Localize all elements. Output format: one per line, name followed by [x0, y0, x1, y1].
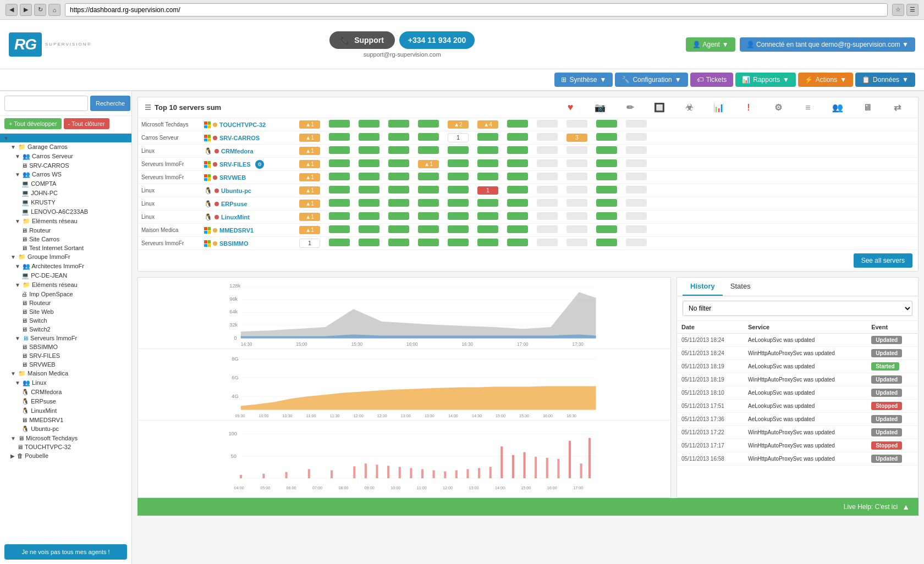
tree-item-touchtvpc-32[interactable]: 🖥 TOUCHTVPC-32 [0, 443, 131, 451]
metric-cell [384, 212, 413, 222]
metric-cell [592, 120, 621, 129]
tree-item-test-internet[interactable]: 🖥 Test Internet Sortant [0, 244, 131, 252]
filter-select[interactable]: No filter [683, 301, 912, 316]
server-name-link[interactable]: CRMfedora [221, 148, 254, 154]
server-name-link[interactable]: SRV-FILES [219, 161, 251, 168]
history-service: AeLookupSvc was updated [744, 413, 867, 426]
tree-item-maison-medica[interactable]: ▼ 📁 Maison Medica [0, 369, 131, 378]
metric-cell [325, 173, 354, 182]
tree-item-crmfedora[interactable]: 🐧 CRMfedora [0, 388, 131, 397]
svg-rect-58 [421, 469, 424, 478]
server-name-link[interactable]: Ubuntu-pc [221, 187, 251, 194]
tree-item-linuxmint[interactable]: 🐧 LinuxMint [0, 406, 131, 416]
server-name-link[interactable]: SRV-CARROS [219, 135, 260, 141]
nav-synthese[interactable]: ⊞ Synthèse ▼ [554, 73, 613, 87]
tree-item-serveurs-immofr[interactable]: ▼ 🖥 Serveurs ImmoFr [0, 334, 131, 342]
metric-cell [355, 212, 383, 222]
server-icon: 💻 [21, 208, 29, 215]
tree-item-krusty[interactable]: 💻 KRUSTY [0, 198, 131, 207]
tree-item-pc-jean[interactable]: 💻 PC-DE-JEAN [0, 271, 131, 280]
tree-item-architectes-immofr[interactable]: ▼ 👥 Architectes ImmoFr [0, 262, 131, 271]
tree-item-elements-reseau-2[interactable]: ▼ 📁 Eléments réseau [0, 280, 131, 290]
agents-warning-button[interactable]: Je ne vois pas tous mes agents ! [4, 544, 127, 560]
metric-cell [414, 186, 443, 195]
metric-cell [503, 186, 532, 195]
tree-item-erpsuse[interactable]: 🐧 ERPsuse [0, 397, 131, 406]
settings-button[interactable]: ☰ [906, 4, 919, 16]
server-name-link[interactable]: LinuxMint [221, 214, 250, 220]
tree-item-srvweb[interactable]: 🖥 SRVWEB [0, 360, 131, 369]
tree-item-switch[interactable]: 🖥 Switch [0, 316, 131, 325]
tree-item-site-web[interactable]: 🖥 Site Web [0, 307, 131, 316]
support-button[interactable]: 📞 Support [329, 31, 395, 49]
tree-item-microsoft-techdays[interactable]: ▼ 🖥 Microsoft Techdays [0, 434, 131, 443]
reload-button[interactable]: ↻ [34, 4, 46, 16]
tree-item-routeur-2[interactable]: 🖥 Routeur [0, 298, 131, 307]
server-name-link[interactable]: ERPsuse [221, 201, 248, 207]
server-icon: 🖨 [21, 291, 28, 297]
top10-panel: ☰ Top 10 servers sum ♥ 📷 ✏ 🔲 ☣ 📊 ! ⚙ ≡ 👥… [138, 97, 919, 272]
tree-item-linux[interactable]: ▼ 👥 Linux [0, 378, 131, 388]
tree-item-carros-ws[interactable]: ▼ 👥 Carros WS [0, 170, 131, 179]
server-metrics: ▲1▲1 [295, 159, 651, 169]
nav-bar: ⊞ Synthèse ▼ 🔧 Configuration ▼ 🏷 Tickets… [0, 69, 924, 91]
back-button[interactable]: ◀ [6, 4, 18, 16]
history-panel: History States No filter Date Service Ev… [676, 277, 919, 498]
tree-item-garage-carros[interactable]: ▼ 📁 Garage Carros [0, 142, 131, 152]
collapse-all-button[interactable]: - Tout clôturer [64, 118, 109, 129]
server-name-link[interactable]: SRVWEB [219, 174, 246, 181]
search-button[interactable]: Recherche [90, 96, 130, 111]
wrench-icon: 🔧 [622, 76, 630, 84]
tab-history[interactable]: History [683, 278, 723, 296]
tree-item-srv-carros[interactable]: 🖥 SRV-CARROS [0, 161, 131, 170]
metric-cell [355, 225, 383, 235]
tree-item-imp-openspace[interactable]: 🖨 Imp OpenSpace [0, 290, 131, 298]
server-icon: 🐧 [21, 398, 29, 405]
server-name-link[interactable]: SBSIMMO [219, 240, 249, 247]
metric-cell: 1 [295, 239, 324, 248]
svg-text:10:00: 10:00 [259, 414, 269, 418]
tree-item-compta[interactable]: 💻 COMPTA [0, 179, 131, 189]
expand-all-button[interactable]: + Tout développer [4, 118, 62, 129]
nav-actions[interactable]: ⚡ Actions ▼ [798, 73, 853, 87]
server-group: Linux [141, 148, 202, 154]
tree-item-srv-files[interactable]: 🖥 SRV-FILES [0, 351, 131, 360]
nav-rapports[interactable]: 📊 Rapports ▼ [735, 73, 796, 87]
tree-label: Routeur [29, 227, 51, 234]
tree-item-sbsimmo[interactable]: 🖥 SBSIMMO [0, 342, 131, 351]
tree-item-john-pc[interactable]: 💻 JOHN-PC [0, 189, 131, 198]
history-service: AeLookupSvc was updated [744, 386, 867, 400]
bookmark-button[interactable]: ☆ [892, 4, 904, 16]
nav-donnees[interactable]: 📋 Données ▼ [855, 73, 915, 87]
server-name-link[interactable]: TOUCHTVPC-32 [219, 121, 266, 128]
live-help-bar[interactable]: Live Help: C'est ici ▲ [138, 498, 919, 516]
server-icon: 🖥 [21, 308, 28, 315]
nav-tickets[interactable]: 🏷 Tickets [690, 73, 734, 87]
user-icon: 👤 [746, 41, 755, 48]
tree-item-carros-serveur[interactable]: ▼ 👥 Carros Serveur [0, 152, 131, 161]
tree-item-live-demo[interactable]: ▼ Live Demo [0, 134, 131, 142]
tree-item-mmedsrv1[interactable]: 🖥 MMEDSRV1 [0, 416, 131, 424]
forward-button[interactable]: ▶ [20, 4, 32, 16]
connect-button[interactable]: 👤 Connecté en tant que demo@rg-supervisi… [740, 37, 915, 52]
tab-states[interactable]: States [723, 278, 758, 296]
server-metrics: ▲1▲2▲4 [295, 120, 651, 129]
nav-configuration[interactable]: 🔧 Configuration ▼ [615, 73, 688, 87]
home-button[interactable]: ⌂ [48, 4, 61, 16]
tree-item-switch2[interactable]: 🖥 Switch2 [0, 325, 131, 334]
event-badge: Updated [871, 415, 902, 423]
url-bar[interactable] [65, 3, 888, 16]
agent-button[interactable]: 👤 Agent ▼ [686, 37, 735, 52]
server-icon: 🐧 [21, 389, 29, 395]
tree-item-routeur-1[interactable]: 🖥 Routeur [0, 226, 131, 235]
see-all-button[interactable]: See all servers [854, 253, 912, 268]
search-input[interactable] [4, 96, 88, 111]
tree-item-poubelle[interactable]: ▶ 🗑 Poubelle [0, 451, 131, 460]
tree-item-site-carros[interactable]: 🖥 Site Carros [0, 235, 131, 244]
tree-item-ubuntu-pc[interactable]: 🐧 Ubuntu-pc [0, 424, 131, 434]
metric-cell [592, 146, 621, 156]
server-name-link[interactable]: MMEDSRV1 [219, 227, 254, 234]
tree-item-lenovo[interactable]: 💻 LENOVO-A6C233AB [0, 207, 131, 217]
tree-item-groupe-immofr[interactable]: ▼ 📁 Groupe ImmoFr [0, 252, 131, 262]
tree-item-elements-reseau-1[interactable]: ▼ 📁 Eléments réseau [0, 217, 131, 226]
